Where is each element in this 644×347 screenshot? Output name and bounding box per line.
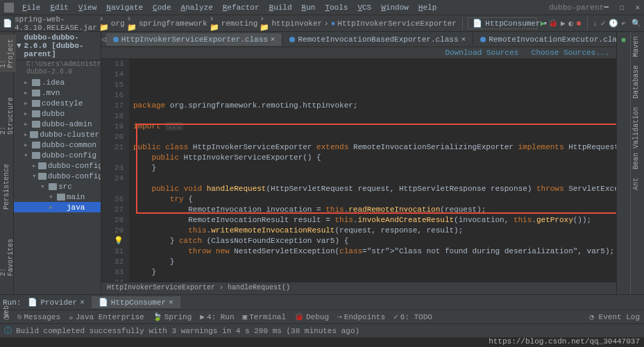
coverage-button[interactable]: ▶ xyxy=(561,17,566,30)
titlebar: File Edit View Navigate Code Analyze Ref… xyxy=(0,0,644,15)
menu-tools[interactable]: Tools xyxy=(321,2,352,13)
menu-vcs[interactable]: VCS xyxy=(353,2,375,13)
tool-messages[interactable]: ⎋ Messages xyxy=(17,312,60,321)
right-tool-stripe-2: Maven Database Bean Validation Ant xyxy=(630,32,644,294)
left-tool-stripe: 1: Project 2: Structure Persistence 2: F… xyxy=(0,32,14,294)
menu-edit[interactable]: Edit xyxy=(46,2,72,13)
menu-help[interactable]: Help xyxy=(414,2,441,13)
history-button[interactable]: 🕐 xyxy=(609,17,618,30)
editor-area: ◁ HttpInvokerServiceExporter.class × Rem… xyxy=(101,32,616,294)
tool-web[interactable]: Web xyxy=(1,301,12,322)
status-text: Build completed successfully with 3 warn… xyxy=(16,327,359,335)
debug-button[interactable]: 🐞 xyxy=(548,17,558,30)
run-tab-consumer[interactable]: 📄HttpConsumer × xyxy=(92,296,180,308)
update-button[interactable]: ↓ xyxy=(593,17,598,30)
tree-item[interactable]: ▾dubbo-config xyxy=(14,171,101,181)
tree-item[interactable]: ▸java xyxy=(14,202,101,212)
maximize-button[interactable]: ☐ xyxy=(620,3,625,12)
tool-project[interactable]: 1: Project xyxy=(0,35,16,72)
tree-item[interactable]: ▾dubbo-config xyxy=(14,150,101,160)
close-button[interactable]: ✕ xyxy=(635,3,640,12)
breadcrumbs[interactable]: 📄spring-web-4.3.10.RELEASE.jar › 📁org › … xyxy=(3,15,457,32)
run-tab-provider[interactable]: 📄Provider × xyxy=(21,296,91,308)
tool-beanval[interactable]: Bean Validation xyxy=(631,103,641,174)
download-sources-link[interactable]: Download Sources xyxy=(446,49,519,57)
tree-item[interactable]: ▸dubbo xyxy=(14,108,101,119)
menu-run[interactable]: Run xyxy=(298,2,320,13)
menu-window[interactable]: Window xyxy=(377,2,413,13)
tool-debug[interactable]: 🐞 Debug xyxy=(294,312,329,321)
code-editor[interactable]: package org.springframework.remoting.htt… xyxy=(129,59,616,282)
stop-button[interactable]: ■ xyxy=(576,17,581,30)
tool-run[interactable]: ▶ 4: Run xyxy=(200,312,234,321)
menu-navigate[interactable]: Navigate xyxy=(102,2,147,13)
status-bar: ⓘ Build completed successfully with 3 wa… xyxy=(0,323,644,337)
bottom-tool-buttons: ▢ ⎋ Messages ☕ Java Enterprise 🍃 Spring … xyxy=(0,310,644,323)
tool-todo[interactable]: ✓ 6: TODO xyxy=(393,312,432,321)
project-tree: ▼dubbo-dubbo-2.6.0 [dubbo-parent] C:\Use… xyxy=(14,32,101,294)
app-icon xyxy=(4,3,14,12)
editor-tab[interactable]: HttpInvokerServiceExporter.class × xyxy=(106,33,283,46)
tool-endpoints[interactable]: ⇢ Endpoints xyxy=(337,312,385,321)
tool-structure[interactable]: 2: Structure xyxy=(0,93,16,139)
marker-icon: ■ xyxy=(621,36,626,44)
tool-java-ee[interactable]: ☕ Java Enterprise xyxy=(69,312,144,321)
info-icon: ⓘ xyxy=(4,325,12,336)
tree-item[interactable]: ▸dubbo-admin xyxy=(14,119,101,129)
menu-build[interactable]: Build xyxy=(265,2,296,13)
tree-item[interactable]: ▾main xyxy=(14,192,101,202)
project-name: dubbo-parent xyxy=(549,3,604,12)
tool-database[interactable]: Database xyxy=(631,61,641,103)
editor-tabs: ◁ HttpInvokerServiceExporter.class × Rem… xyxy=(101,32,616,47)
revert-button[interactable]: ↶ xyxy=(621,17,626,30)
event-log-button[interactable]: ◔ Event Log xyxy=(589,312,640,321)
tool-maven[interactable]: Maven xyxy=(631,32,641,61)
menu-file[interactable]: File xyxy=(18,2,44,13)
tool-terminal[interactable]: ▣ Terminal xyxy=(243,312,286,321)
tree-item[interactable]: ▸dubbo-config xyxy=(14,160,101,171)
menu-view[interactable]: View xyxy=(74,2,101,13)
tree-item[interactable]: ▸dubbo-common xyxy=(14,139,101,150)
editor-breadcrumb[interactable]: HttpInvokerServiceExporter › handleReque… xyxy=(101,282,616,294)
editor-tab[interactable]: RemoteInvocationBasedExporter.class × xyxy=(282,33,473,46)
choose-sources-link[interactable]: Choose Sources... xyxy=(532,49,609,57)
search-button[interactable]: 🔍 xyxy=(632,17,641,30)
tool-spring[interactable]: 🍃 Spring xyxy=(153,312,192,321)
minimize-button[interactable]: ━ xyxy=(604,3,609,12)
run-button[interactable]: ▶ xyxy=(540,17,545,30)
menu-refactor[interactable]: Refactor xyxy=(219,2,264,13)
right-tool-stripe: ■ xyxy=(616,32,630,294)
tool-favorites[interactable]: 2: Favorites xyxy=(0,235,16,280)
editor-notification: Download Sources Choose Sources... xyxy=(101,47,616,59)
run-tool-tabs: Run: 📄Provider × 📄HttpConsumer × xyxy=(0,294,644,310)
tree-item[interactable]: ▸.idea xyxy=(14,77,101,87)
tool-persistence[interactable]: Persistence xyxy=(1,160,12,214)
editor-tab[interactable]: RemoteInvocationExecutor.class × xyxy=(473,33,616,46)
menu-code[interactable]: Code xyxy=(149,2,175,13)
run-config-dropdown[interactable]: 📄HttpConsumer ▾ xyxy=(468,17,537,29)
tree-item[interactable]: ▸codestyle xyxy=(14,98,101,108)
menu-analyze[interactable]: Analyze xyxy=(177,2,217,13)
tree-item[interactable]: ▸.mvn xyxy=(14,87,101,98)
tool-ant[interactable]: Ant xyxy=(631,174,641,194)
tree-item[interactable]: ▸dubbo-cluster xyxy=(14,129,101,139)
gutter[interactable]: 131415161718192021232426272829💡313233343… xyxy=(101,59,129,282)
profile-button[interactable]: ◐ xyxy=(568,17,573,30)
tree-item[interactable]: ▾src xyxy=(14,181,101,192)
tab-left-icon[interactable]: ◁ xyxy=(101,33,106,46)
watermark: https://blog.csdn.net/qq_30447037 xyxy=(489,337,640,346)
navigation-toolbar: 📄spring-web-4.3.10.RELEASE.jar › 📁org › … xyxy=(0,15,644,32)
main-menu: File Edit View Navigate Code Analyze Ref… xyxy=(18,2,543,13)
commit-button[interactable]: ✓ xyxy=(600,17,605,30)
